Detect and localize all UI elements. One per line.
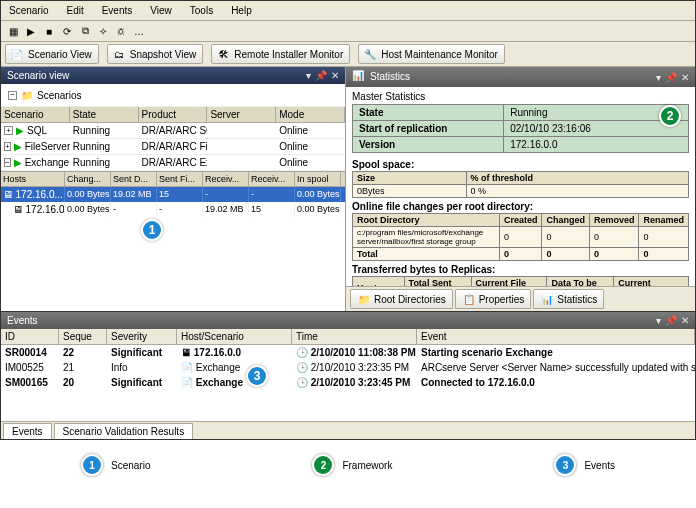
statistics-icon: 📊 [352, 70, 366, 84]
statistics-pane-title: 📊Statistics ▾📌✕ [346, 67, 695, 87]
spool-table: Size% of threshold 0Bytes0 % [352, 171, 689, 198]
pane-menu-icon[interactable]: ▾ [656, 72, 661, 83]
statistics-icon: 📊 [540, 292, 554, 306]
pane-menu-icon[interactable]: ▾ [306, 70, 311, 81]
events-pane: Events ▾📌✕ IDSequeSeverityHost/ScenarioT… [1, 311, 695, 439]
menubar: Scenario Edit Events View Tools Help [1, 1, 695, 21]
menu-tools[interactable]: Tools [186, 3, 217, 18]
legend-badge-2: 2 [312, 454, 334, 476]
view-snapshot[interactable]: 🗂Snapshot View [107, 44, 204, 64]
scenario-row-sql[interactable]: +▶SQL RunningDR/AR/ARC SQLOnline [1, 123, 345, 139]
host-row[interactable]: 🖥 172.16.0...0.00 Bytes--19.02 MB150.00 … [1, 202, 345, 217]
scenario-pane: Scenario view ▾📌✕ −📁Scenarios ScenarioSt… [1, 67, 346, 311]
tab-properties[interactable]: 📋Properties [455, 289, 532, 309]
statistics-pane: 📊Statistics ▾📌✕ Master Statistics StateR… [346, 67, 695, 311]
clock-icon: 🕒 [296, 377, 308, 388]
legend-badge-3: 3 [554, 454, 576, 476]
view-host-maintenance[interactable]: 🔧Host Maintenance Monitor [358, 44, 505, 64]
online-section-label: Online file changes per root directory: [352, 201, 689, 212]
tab-events[interactable]: Events [3, 423, 52, 439]
legend: 1Scenario 2Framework 3Events [0, 440, 696, 490]
clock-icon: 🕒 [296, 362, 308, 373]
pane-menu-icon[interactable]: ▾ [656, 315, 661, 326]
scenario-grid-header: ScenarioStateProductServerMode [1, 107, 345, 123]
scenario-icon: 📄 [10, 47, 24, 61]
menu-help[interactable]: Help [227, 3, 256, 18]
events-grid-header: IDSequeSeverityHost/ScenarioTimeEvent [1, 329, 695, 345]
scenario-row-exchange[interactable]: −▶Exchange RunningDR/AR/ARC ExchangeOnli… [1, 155, 345, 171]
view-scenario[interactable]: 📄Scenario View [5, 44, 99, 64]
online-table: Root DirectoryCreatedChangedRemovedRenam… [352, 213, 689, 261]
scenario-icon: 📄 [181, 362, 193, 373]
xfer-section-label: Transferred bytes to Replicas: [352, 264, 689, 275]
xfer-table: HostTotal Sent DataCurrent File NameData… [352, 276, 689, 286]
toolbar: ▦ ▶ ■ ⟳ ⧉ ✧ ⛭ … [1, 21, 695, 42]
snapshot-icon: 🗂 [112, 47, 126, 61]
toolbar-icon[interactable]: ⧉ [77, 23, 93, 39]
tree-expander[interactable]: + [4, 126, 13, 135]
legend-label-framework: Framework [342, 460, 392, 471]
clock-icon: 🕒 [296, 347, 308, 358]
menu-events[interactable]: Events [98, 3, 137, 18]
event-row[interactable]: IM0052521Info📄 Exchange🕒 2/10/2010 3:23:… [1, 360, 695, 375]
tab-validation-results[interactable]: Scenario Validation Results [54, 423, 194, 439]
callout-badge-3: 3 [246, 365, 268, 387]
pane-pin-icon[interactable]: 📌 [665, 315, 677, 326]
play-icon: ▶ [14, 141, 22, 152]
event-row[interactable]: SR0001422Significant🖥 172.16.0.0🕒 2/10/2… [1, 345, 695, 360]
legend-badge-1: 1 [81, 454, 103, 476]
scenario-row-fileserver[interactable]: +▶FileServer RunningDR/AR/ARC FileServer… [1, 139, 345, 155]
events-bottom-tabs: Events Scenario Validation Results [1, 421, 695, 439]
event-row[interactable]: SM0016520Significant📄 Exchange🕒 2/10/201… [1, 375, 695, 390]
callout-badge-1: 1 [141, 219, 163, 241]
toolbar-icon[interactable]: ■ [41, 23, 57, 39]
toolbar-icon[interactable]: ▦ [5, 23, 21, 39]
pane-close-icon[interactable]: ✕ [681, 315, 689, 326]
toolbar-icon[interactable]: ⟳ [59, 23, 75, 39]
spool-section-label: Spool space: [352, 159, 689, 170]
tab-statistics[interactable]: 📊Statistics [533, 289, 604, 309]
pane-pin-icon[interactable]: 📌 [315, 70, 327, 81]
menu-edit[interactable]: Edit [62, 3, 87, 18]
host-icon: 🖥 [3, 189, 13, 200]
view-remote-installer[interactable]: 🛠Remote Installer Monitor [211, 44, 350, 64]
host-icon: 🖥 [13, 204, 23, 215]
pane-close-icon[interactable]: ✕ [681, 72, 689, 83]
tree-expander[interactable]: − [8, 91, 17, 100]
toolbar-icon[interactable]: ⛭ [113, 23, 129, 39]
scenario-icon: 📄 [181, 377, 193, 388]
scenarios-group-icon: 📁 [20, 88, 34, 102]
menu-scenario[interactable]: Scenario [5, 3, 52, 18]
toolbar-icon[interactable]: ▶ [23, 23, 39, 39]
host-row[interactable]: 🖥 172.16.0...0.00 Bytes19.02 MB15--0.00 … [1, 187, 345, 202]
viewbar: 📄Scenario View 🗂Snapshot View 🛠Remote In… [1, 42, 695, 67]
tree-expander[interactable]: − [4, 158, 11, 167]
app-window: Scenario Edit Events View Tools Help ▦ ▶… [0, 0, 696, 440]
play-icon: ▶ [14, 157, 22, 168]
scenarios-root: Scenarios [37, 90, 81, 101]
events-pane-title: Events ▾📌✕ [1, 312, 695, 329]
legend-label-scenario: Scenario [111, 460, 150, 471]
host-grid-header: HostsChang...Sent D...Sent Fi...Receiv..… [1, 171, 345, 187]
toolbar-icon[interactable]: ✧ [95, 23, 111, 39]
folder-icon: 📁 [357, 292, 371, 306]
properties-icon: 📋 [462, 292, 476, 306]
maintenance-icon: 🔧 [363, 47, 377, 61]
play-icon: ▶ [16, 125, 24, 136]
tree-expander[interactable]: + [4, 142, 11, 151]
stats-tabs: 📁Root Directories 📋Properties 📊Statistic… [346, 286, 695, 311]
monitor-icon: 🛠 [216, 47, 230, 61]
master-stats-table: StateRunning Start of replication02/10/1… [352, 104, 689, 153]
callout-badge-2: 2 [659, 105, 681, 127]
legend-label-events: Events [584, 460, 615, 471]
pane-close-icon[interactable]: ✕ [331, 70, 339, 81]
host-icon: 🖥 [181, 347, 191, 358]
scenario-pane-title: Scenario view ▾📌✕ [1, 67, 345, 84]
toolbar-icon[interactable]: … [131, 23, 147, 39]
menu-view[interactable]: View [146, 3, 176, 18]
master-stats-title: Master Statistics [352, 91, 689, 102]
pane-pin-icon[interactable]: 📌 [665, 72, 677, 83]
tab-root-directories[interactable]: 📁Root Directories [350, 289, 453, 309]
